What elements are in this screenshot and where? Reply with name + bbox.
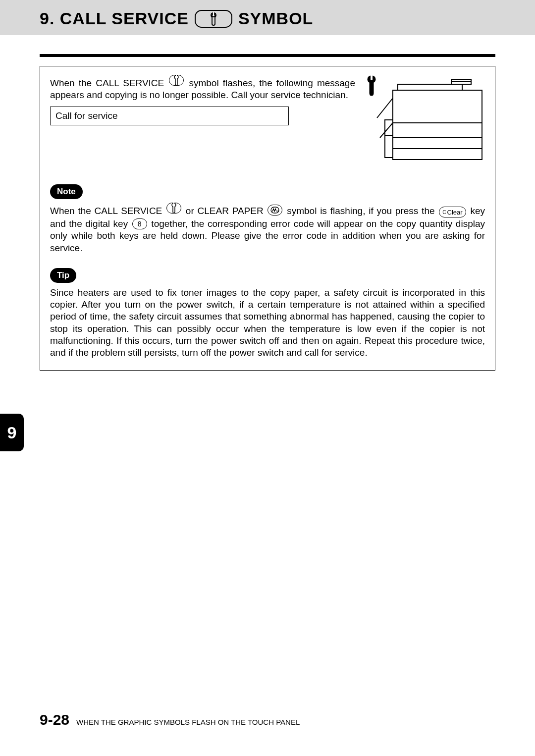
horizontal-rule [40, 54, 495, 57]
header-bar: 9. CALL SERVICE SYMBOL [0, 0, 535, 35]
footer-text: WHEN THE GRAPHIC SYMBOLS FLASH ON THE TO… [76, 718, 300, 726]
display-message-box: Call for service [50, 107, 289, 125]
clear-key-small-c: C [442, 210, 446, 215]
svg-rect-14 [173, 203, 174, 205]
note-part1: When the CALL SERVICE [50, 206, 165, 216]
page-number: 9-28 [40, 711, 69, 728]
wrench-icon [368, 75, 375, 95]
clear-key: CClear [439, 207, 466, 217]
note-part2: or CLEAR PAPER [182, 206, 267, 216]
digit-8-key: 8 [132, 218, 147, 229]
intro-pre: When the CALL SERVICE [50, 78, 168, 88]
page-footer: 9-28 WHEN THE GRAPHIC SYMBOLS FLASH ON T… [40, 711, 300, 728]
chapter-tab: 9 [0, 414, 24, 451]
svg-rect-2 [371, 75, 373, 80]
tip-label: Tip [50, 268, 76, 283]
note-text: When the CALL SERVICE or CLEAR PAPER v s… [50, 203, 485, 254]
wrench-icon [209, 12, 218, 26]
svg-text:v: v [277, 209, 279, 213]
note-label: Note [50, 184, 83, 199]
svg-rect-1 [213, 12, 214, 15]
svg-line-6 [377, 98, 393, 118]
page-title: 9. CALL SERVICE SYMBOL [40, 9, 535, 28]
call-service-symbol-panel [195, 10, 232, 28]
paper-jam-icon: v [268, 205, 282, 216]
title-prefix: 9. CALL SERVICE [40, 9, 189, 28]
note-part3: symbol is flashing, if you press the [283, 206, 438, 216]
tip-text: Since heaters are used to fix toner imag… [50, 287, 485, 359]
svg-rect-11 [385, 120, 393, 158]
svg-rect-13 [176, 75, 177, 77]
title-suffix: SYMBOL [238, 9, 313, 28]
wrench-icon [169, 75, 184, 86]
copier-diagram [363, 75, 485, 167]
wrench-icon [166, 203, 181, 214]
content-box: When the CALL SERVICE symbol flashes, th… [40, 66, 495, 371]
clear-key-label: Clear [447, 209, 463, 216]
